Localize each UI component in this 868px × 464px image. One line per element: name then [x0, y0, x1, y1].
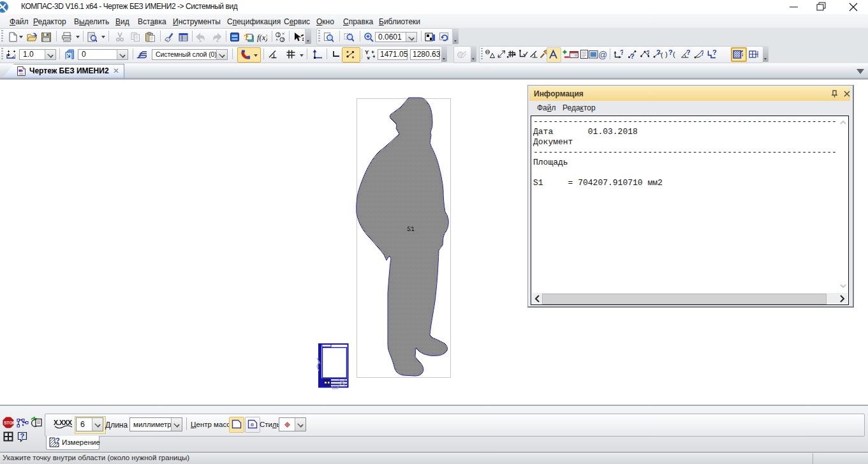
svg-text:S1: S1 — [407, 226, 415, 233]
svg-text:?: ? — [740, 49, 743, 58]
svg-text:?: ? — [20, 432, 25, 440]
svg-text:?: ? — [300, 32, 304, 42]
svg-text:@: @ — [598, 50, 607, 60]
svg-text:?: ? — [668, 49, 673, 56]
svg-text:?: ? — [620, 49, 623, 56]
svg-text:x: x — [367, 54, 371, 60]
svg-text:?: ? — [656, 49, 661, 56]
svg-text:1: 1 — [277, 32, 280, 38]
svg-text:?: ? — [646, 49, 649, 57]
svg-text:?: ? — [630, 52, 635, 59]
svg-text:STOP: STOP — [4, 421, 14, 425]
svg-text:(: ( — [661, 51, 663, 59]
svg-text:2: 2 — [281, 37, 284, 42]
svg-text:?: ? — [55, 437, 60, 444]
svg-text:?: ? — [712, 49, 717, 56]
svg-text:): ) — [665, 50, 668, 58]
svg-text:?: ? — [700, 49, 703, 57]
svg-text:?: ? — [686, 49, 690, 56]
svg-text:?: ? — [244, 33, 249, 42]
svg-text:f(x): f(x) — [257, 33, 267, 42]
svg-text:X.XXX: X.XXX — [54, 419, 72, 426]
svg-text:(: ( — [673, 50, 675, 58]
